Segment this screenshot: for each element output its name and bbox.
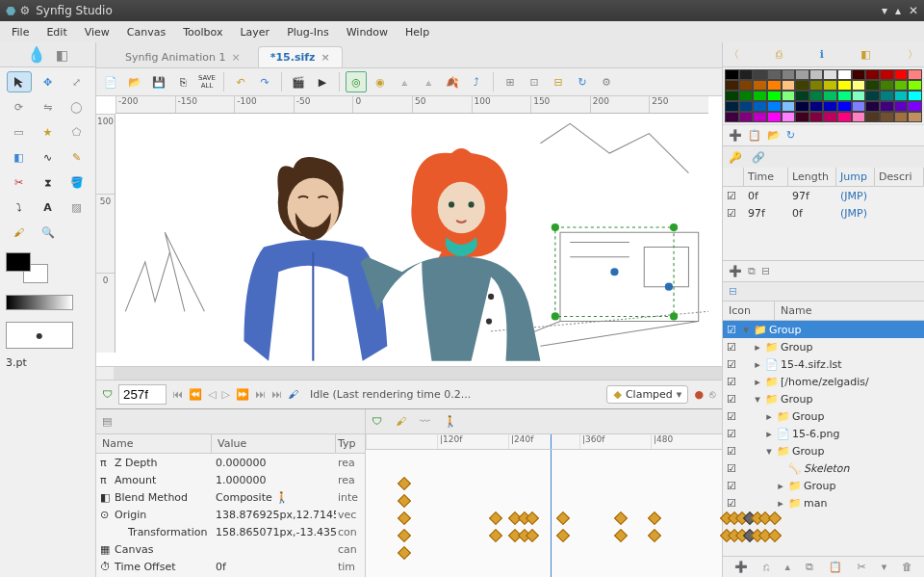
scale-tool[interactable]: ⤢	[64, 71, 90, 92]
palette-cell[interactable]	[837, 101, 852, 112]
layer-row[interactable]: ☑▸📁Group	[723, 338, 924, 355]
transform-tool[interactable]	[7, 71, 32, 92]
palette-cell[interactable]	[880, 69, 894, 80]
palette-cell[interactable]	[782, 91, 796, 101]
kf-key-icon[interactable]: 🔑	[729, 151, 742, 164]
seek-prev-kf-icon[interactable]: ⏪	[189, 388, 202, 401]
keyframe-row[interactable]: ☑97f0f(JMP)	[723, 204, 924, 222]
palette-cell[interactable]	[809, 69, 824, 80]
palette-cell[interactable]	[739, 91, 754, 101]
palette-cell[interactable]	[809, 112, 824, 122]
menu-layer[interactable]: Layer	[232, 24, 277, 40]
param-row[interactable]: πZ Depth0.000000rea	[96, 454, 365, 471]
width-tool[interactable]: ⧗	[36, 171, 61, 193]
palette-cell[interactable]	[852, 80, 866, 91]
palette-cell[interactable]	[894, 69, 909, 80]
palette-cell[interactable]	[753, 91, 767, 101]
palette-cell[interactable]	[865, 91, 880, 101]
palette-cell[interactable]	[852, 101, 866, 112]
saveall-btn[interactable]: SAVEALL	[196, 71, 218, 92]
palette-cell[interactable]	[795, 101, 809, 112]
kf-link-icon[interactable]: 🔗	[752, 151, 765, 164]
snap-btn[interactable]: ⊡	[524, 71, 545, 92]
tl-shield-icon[interactable]: 🛡	[372, 415, 382, 428]
palette-save-icon[interactable]: 📋	[748, 129, 761, 142]
palette-cell[interactable]	[837, 69, 852, 80]
layer-up-icon[interactable]: ▴	[785, 561, 791, 573]
brush-tool[interactable]: 🖌	[7, 222, 32, 243]
star-tool[interactable]: ★	[36, 121, 61, 143]
palette-cell[interactable]	[823, 112, 837, 122]
outline-width[interactable]: 3.pt	[6, 356, 90, 369]
layer-trash-icon[interactable]: 🗑	[902, 561, 912, 573]
skel-btn[interactable]: ⟁	[394, 71, 415, 92]
layers-tab-icon[interactable]: ⊟	[729, 285, 737, 298]
undo-btn[interactable]: ↶	[230, 71, 251, 92]
palette-cell[interactable]	[739, 80, 754, 91]
palette-cell[interactable]	[739, 101, 754, 112]
palette-cell[interactable]	[795, 80, 809, 91]
new-btn[interactable]: 📄	[100, 71, 121, 92]
timeline-body[interactable]	[366, 450, 722, 577]
circle-tool[interactable]: ◯	[64, 96, 90, 118]
palette-cell[interactable]	[767, 112, 782, 122]
layer-new-icon[interactable]: ➕	[734, 561, 748, 573]
menu-toolbox[interactable]: Toolbox	[175, 24, 230, 40]
palette-cell[interactable]	[767, 91, 782, 101]
menu-canvas[interactable]: Canvas	[119, 24, 173, 40]
saveas-btn[interactable]: ⎘	[172, 71, 193, 92]
outline-preview[interactable]: ●	[6, 322, 73, 349]
palette-cell[interactable]	[795, 112, 809, 122]
layer-del-icon[interactable]: ⎌	[763, 561, 770, 573]
settings-btn[interactable]: ⚙	[596, 71, 617, 92]
tl-person-icon[interactable]: 🚶	[444, 415, 457, 428]
window-close-icon[interactable]: ✕	[909, 4, 918, 17]
palette-cell[interactable]	[809, 91, 824, 101]
wand-btn[interactable]: ⤴	[466, 71, 487, 92]
palette-cell[interactable]	[908, 101, 922, 112]
save-btn[interactable]: 💾	[148, 71, 169, 92]
tl-brush-icon[interactable]: 🖌	[396, 415, 406, 428]
open-btn[interactable]: 📂	[124, 71, 145, 92]
layer-row[interactable]: ☑▾📁Group	[723, 321, 924, 338]
palette-cell[interactable]	[865, 112, 880, 122]
window-settings-icon[interactable]: ⚙	[19, 4, 30, 17]
palette-cell[interactable]	[725, 112, 739, 122]
lock-kf-icon[interactable]: ⎋	[709, 388, 716, 401]
palette-cell[interactable]	[753, 80, 767, 91]
palette-cell[interactable]	[908, 69, 922, 80]
window-minimize-icon[interactable]: ▾	[882, 4, 887, 17]
fill-tool[interactable]: 🪣	[64, 171, 90, 193]
param-row[interactable]: ⏱Time Offset0ftim	[96, 558, 365, 575]
window-maximize-icon[interactable]: ▴	[895, 4, 901, 17]
palette-cell[interactable]	[739, 69, 754, 80]
param-row[interactable]: ◧Blend MethodComposite 🚶inte	[96, 488, 365, 506]
palette-cell[interactable]	[725, 101, 739, 112]
palette-cell[interactable]	[782, 69, 796, 80]
close-icon[interactable]: ×	[321, 51, 329, 64]
menu-help[interactable]: Help	[398, 24, 437, 40]
layer-dup-icon[interactable]: ⧉	[748, 265, 756, 277]
palette-cell[interactable]	[823, 101, 837, 112]
seek-next-kf-icon[interactable]: ⏭	[255, 388, 266, 401]
palette-cell[interactable]	[865, 101, 880, 112]
nav-color-icon[interactable]: ◧	[860, 48, 870, 61]
palette-cell[interactable]	[852, 112, 866, 122]
palette-cell[interactable]	[894, 91, 909, 101]
shield-icon[interactable]: 🛡	[102, 388, 113, 401]
palette-cell[interactable]	[865, 69, 880, 80]
palette-cell[interactable]	[852, 69, 866, 80]
eyedrop-tool[interactable]: ⤵	[7, 197, 32, 218]
palette-cell[interactable]	[894, 112, 909, 122]
layer-paste-icon[interactable]: 📋	[829, 561, 842, 573]
color-swatches[interactable]	[6, 252, 54, 287]
seek-prev-icon[interactable]: ◁	[208, 388, 216, 401]
param-row[interactable]: ⊙Origin138.876925px,12.714575vec	[96, 506, 365, 523]
layer-row[interactable]: ☑▸📁Group	[723, 477, 924, 494]
layer-row[interactable]: ☑▾📁Group	[723, 390, 924, 407]
play-icon[interactable]: ▷	[221, 388, 229, 401]
palette-cell[interactable]	[782, 101, 796, 112]
palette-cell[interactable]	[837, 91, 852, 101]
h-scrollbar[interactable]	[114, 367, 722, 380]
layer-grp-icon[interactable]: ⊟	[761, 265, 770, 277]
